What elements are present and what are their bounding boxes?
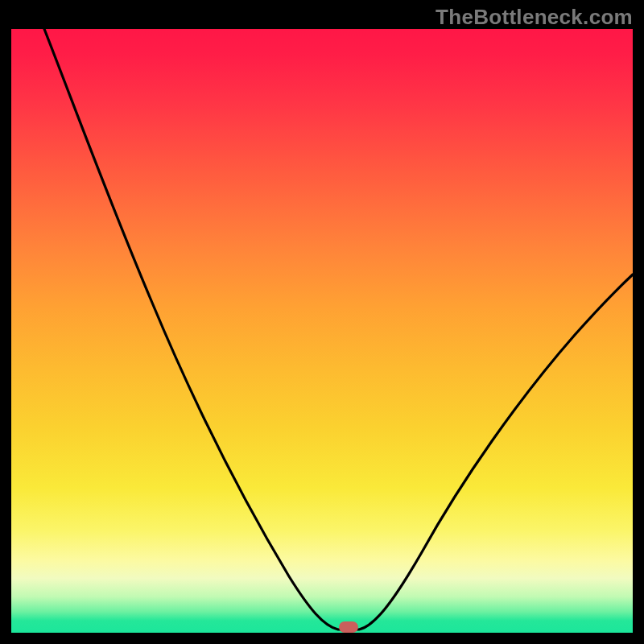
watermark-text: TheBottleneck.com	[436, 5, 633, 30]
bottleneck-curve	[11, 29, 633, 633]
plot-area	[11, 29, 633, 633]
curve-path	[44, 29, 633, 630]
optimal-marker	[339, 621, 358, 633]
